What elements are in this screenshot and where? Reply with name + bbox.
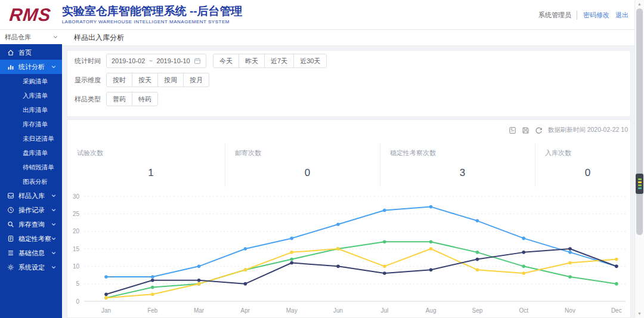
sidebar-item-label: 首页 <box>18 48 32 57</box>
warehouse-select[interactable]: 样品仓库 <box>0 30 62 44</box>
svg-text:May: May <box>286 307 298 314</box>
header-user-area: 系统管理员 密码修改 退出 <box>538 0 628 30</box>
sidebar-item-稳定性考察[interactable]: 稳定性考察 <box>0 231 62 246</box>
warehouse-select-label: 样品仓库 <box>5 33 31 42</box>
refresh-time-text: 数据刷新时间 2020-02-22 10 <box>548 126 628 134</box>
point-series-green <box>522 265 525 268</box>
sidebar-item-统计分析[interactable]: 统计分析 <box>0 60 62 74</box>
dimension-button[interactable]: 按月 <box>183 73 209 87</box>
sidebar-subitem-待销毁清单[interactable]: 待销毁清单 <box>0 160 62 174</box>
stat-value: 1 <box>77 167 225 179</box>
line-series-blue <box>106 207 617 277</box>
sidebar-subitem-出库清单[interactable]: 出库清单 <box>0 103 62 117</box>
point-series-blue <box>568 251 572 254</box>
save-icon[interactable] <box>522 126 530 134</box>
quick-range-button[interactable]: 近7天 <box>264 54 294 68</box>
svg-text:10: 10 <box>73 263 80 270</box>
point-series-blue <box>336 223 340 226</box>
point-series-yellow <box>383 265 386 268</box>
stat-value: 0 <box>235 167 380 179</box>
svg-text:Feb: Feb <box>147 307 158 314</box>
chevron-down-icon <box>51 193 57 199</box>
point-series-green <box>151 286 154 289</box>
stat-value: 0 <box>545 167 630 179</box>
point-series-navy <box>336 265 340 268</box>
inbox-icon <box>7 192 14 199</box>
svg-text:15: 15 <box>73 246 80 252</box>
logout-link[interactable]: 退出 <box>615 11 628 20</box>
sidebar-item-基础信息[interactable]: 基础信息 <box>0 246 62 260</box>
dimension-button[interactable]: 按天 <box>132 73 158 87</box>
stat-time-label: 统计时间 <box>75 57 106 66</box>
svg-text:Jul: Jul <box>380 307 388 314</box>
point-series-navy <box>383 271 386 275</box>
app-subtitle: LABORATORY WAREHOUSE INTELLIGENT MANAGEM… <box>62 19 243 24</box>
stat-value: 3 <box>390 167 535 179</box>
current-user-label: 系统管理员 <box>538 11 577 20</box>
chevron-down-icon <box>51 250 57 256</box>
point-series-blue <box>151 275 154 279</box>
point-series-navy <box>290 261 293 265</box>
dimension-button[interactable]: 按周 <box>157 73 184 87</box>
chevron-down-icon <box>51 64 57 70</box>
point-series-blue <box>197 265 201 268</box>
quick-range-button[interactable]: 昨天 <box>239 54 265 68</box>
export-image-icon[interactable] <box>509 126 516 134</box>
quick-range-button[interactable]: 今天 <box>213 54 239 68</box>
quick-range-button[interactable]: 近30天 <box>293 54 327 68</box>
sidebar: 首页统计分析采购清单入库清单出库清单库存清单未归还清单盘库清单待销毁清单图表分析… <box>0 44 62 318</box>
point-series-yellow <box>568 261 572 265</box>
app-title-block: 实验室仓库智能管理系统 --后台管理 LABORATORY WAREHOUSE … <box>62 5 243 24</box>
svg-text:20: 20 <box>73 228 80 234</box>
svg-text:25: 25 <box>73 211 80 217</box>
sidebar-subitem-未归还清单[interactable]: 未归还清单 <box>0 131 62 146</box>
clock-icon <box>7 206 14 214</box>
page-title-bar: 样品出入库分析 <box>62 30 634 46</box>
sidebar-item-label: 库存查询 <box>18 220 45 229</box>
filter-panel: 统计时间 2019-10-02 ~ 2019-10-10 今天昨天近7天近30天… <box>67 50 631 117</box>
sidebar-item-样品入库[interactable]: 样品入库 <box>0 189 62 203</box>
point-series-yellow <box>429 247 433 251</box>
point-series-navy <box>197 279 201 282</box>
svg-text:Dec: Dec <box>611 307 622 314</box>
point-series-yellow <box>336 247 340 251</box>
chevron-down-icon <box>51 221 57 227</box>
svg-text:30: 30 <box>73 193 80 200</box>
sidebar-subitem-图表分析[interactable]: 图表分析 <box>0 174 62 189</box>
sample-type-button[interactable]: 普药 <box>106 92 132 106</box>
dimension-button[interactable]: 按时 <box>106 73 132 87</box>
point-series-yellow <box>290 251 293 254</box>
sample-type-group: 普药特药 <box>106 92 158 106</box>
sidebar-subitem-采购清单[interactable]: 采购清单 <box>0 74 62 88</box>
point-series-blue <box>522 237 525 240</box>
page-title: 样品出入库分析 <box>74 33 124 43</box>
svg-text:Mar: Mar <box>194 307 205 314</box>
sidebar-item-首页[interactable]: 首页 <box>0 45 62 60</box>
scrollbar-down-arrow[interactable]: ▼ <box>635 310 644 318</box>
svg-text:Aug: Aug <box>426 307 436 314</box>
sidebar-item-label: 系统设定 <box>18 263 45 272</box>
point-series-green <box>290 258 293 261</box>
refresh-icon[interactable] <box>535 126 543 134</box>
change-password-link[interactable]: 密码修改 <box>583 11 609 20</box>
point-series-blue <box>429 205 433 209</box>
sidebar-subitem-盘库清单[interactable]: 盘库清单 <box>0 146 62 160</box>
dimension-label: 显示维度 <box>75 76 106 85</box>
point-series-yellow <box>476 268 479 271</box>
point-series-navy <box>476 258 479 261</box>
sidebar-subitem-入库清单[interactable]: 入库清单 <box>0 88 62 103</box>
sidebar-item-操作记录[interactable]: 操作记录 <box>0 203 62 217</box>
scrollbar-up-arrow[interactable]: ▲ <box>635 0 644 8</box>
sidebar-item-库存查询[interactable]: 库存查询 <box>0 217 62 231</box>
svg-text:Nov: Nov <box>565 307 575 314</box>
scrollbar-thumb[interactable] <box>636 8 643 235</box>
date-range-input[interactable]: 2019-10-02 ~ 2019-10-10 <box>106 54 206 68</box>
sample-type-label: 样品类型 <box>75 95 106 104</box>
sidebar-subitem-库存清单[interactable]: 库存清单 <box>0 117 62 131</box>
sidebar-item-系统设定[interactable]: 系统设定 <box>0 260 62 274</box>
sample-type-button[interactable]: 特药 <box>132 92 158 106</box>
stat-label: 试验次数 <box>77 149 225 158</box>
point-series-navy <box>615 265 618 268</box>
point-series-blue <box>383 209 386 212</box>
point-series-navy <box>429 268 433 271</box>
